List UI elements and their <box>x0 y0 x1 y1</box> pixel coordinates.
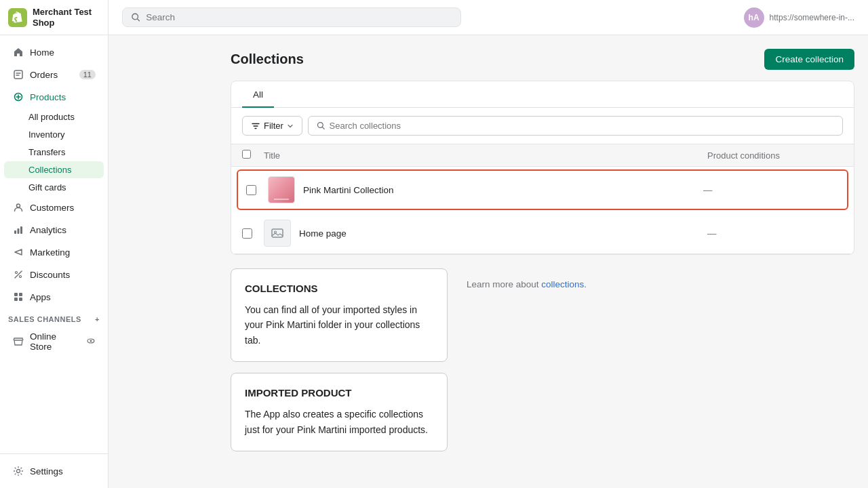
search-input[interactable] <box>146 12 452 22</box>
svg-rect-9 <box>14 293 18 296</box>
search-collections-input[interactable] <box>330 121 834 131</box>
sidebar-item-analytics[interactable]: Analytics <box>4 219 104 241</box>
header-conditions: Product conditions <box>707 150 843 161</box>
tab-bar: All <box>231 81 854 108</box>
sidebar-item-apps-label: Apps <box>30 292 51 302</box>
table-row[interactable]: Pink Martini Collection — <box>237 169 848 210</box>
info-box-collections-title: COLLECTIONS <box>245 283 433 294</box>
filter-button[interactable]: Filter <box>242 116 302 136</box>
sidebar-sub-gift-cards[interactable]: Gift cards <box>4 179 104 196</box>
info-box-imported-title: IMPORTED PRODUCT <box>245 387 433 399</box>
row-2-conditions: — <box>707 228 843 239</box>
add-sales-channel-icon[interactable]: + <box>95 315 100 323</box>
svg-point-15 <box>17 470 20 473</box>
store-name: Merchant Test Shop <box>33 7 100 28</box>
tab-all[interactable]: All <box>242 81 274 108</box>
svg-rect-18 <box>272 229 283 237</box>
sidebar-item-orders-label: Orders <box>30 70 58 80</box>
sidebar-item-discounts[interactable]: Discounts <box>4 264 104 285</box>
filter-button-label: Filter <box>264 121 283 131</box>
sidebar: Merchant Test Shop Home Orders 11 Produc… <box>0 0 108 488</box>
sidebar-item-online-store-label: Online Store <box>30 331 81 352</box>
table-row[interactable]: Home page — <box>231 213 854 254</box>
svg-point-17 <box>317 123 323 128</box>
table-toolbar: Filter <box>231 108 854 144</box>
sidebar-item-marketing-label: Marketing <box>30 247 70 258</box>
sidebar-sub-inventory[interactable]: Inventory <box>4 126 104 143</box>
sidebar-nav: Home Orders 11 Products All products Inv… <box>0 35 108 453</box>
svg-point-14 <box>90 340 92 342</box>
header-checkbox-cell <box>242 150 264 161</box>
analytics-icon <box>12 224 24 236</box>
sidebar-item-apps[interactable]: Apps <box>4 286 104 308</box>
row-2-title: Home page <box>299 228 707 239</box>
image-placeholder-icon <box>271 226 284 240</box>
svg-rect-6 <box>20 226 22 234</box>
sidebar-sub-collections[interactable]: Collections <box>4 161 104 178</box>
info-box-collections: COLLECTIONS You can find all of your imp… <box>231 268 448 362</box>
sidebar-sub-all-products[interactable]: All products <box>4 108 104 125</box>
search-collections-bar[interactable] <box>308 116 843 136</box>
search-icon <box>131 12 140 22</box>
table-header: Title Product conditions <box>231 144 854 167</box>
info-box-collections-text: You can find all of your imported styles… <box>245 302 433 348</box>
sidebar-item-settings[interactable]: Settings <box>4 460 104 482</box>
create-collection-button[interactable]: Create collection <box>764 49 854 70</box>
sidebar-item-products-label: Products <box>30 92 66 102</box>
svg-rect-12 <box>19 298 22 301</box>
search-collections-icon <box>317 121 326 130</box>
shopify-logo-icon <box>8 8 27 27</box>
sidebar-item-home-label: Home <box>30 47 54 58</box>
page-title: Collections <box>231 52 304 67</box>
sidebar-item-products[interactable]: Products <box>4 86 104 108</box>
customers-icon <box>12 201 24 214</box>
sidebar-item-orders[interactable]: Orders 11 <box>4 64 104 85</box>
info-boxes-column: COLLECTIONS You can find all of your imp… <box>231 268 448 451</box>
sidebar-item-analytics-label: Analytics <box>30 225 66 235</box>
svg-point-3 <box>17 204 20 207</box>
row-checkbox-1 <box>246 185 268 195</box>
page-header: Collections Create collection <box>231 49 854 70</box>
svg-point-7 <box>16 272 18 274</box>
sidebar-header: Merchant Test Shop <box>0 0 108 35</box>
online-store-eye-icon[interactable] <box>86 336 96 348</box>
sidebar-item-customers[interactable]: Customers <box>4 197 104 218</box>
avatar: hA <box>744 7 764 28</box>
sidebar-item-settings-label: Settings <box>30 466 63 476</box>
select-all-checkbox[interactable] <box>242 150 251 159</box>
sidebar-bottom: Settings <box>0 453 108 488</box>
header-title: Title <box>264 150 707 161</box>
discounts-icon <box>12 268 24 281</box>
topbar-right: hA https://somewhere-in-... <box>744 7 854 28</box>
sidebar-item-marketing[interactable]: Marketing <box>4 241 104 263</box>
collections-learn-more-link[interactable]: collections. <box>541 279 587 289</box>
home-page-thumbnail <box>264 220 291 247</box>
svg-rect-1 <box>14 70 22 79</box>
row-checkbox-2 <box>242 228 264 239</box>
settings-icon <box>12 465 24 477</box>
sidebar-item-home[interactable]: Home <box>4 41 104 63</box>
row-2-checkbox[interactable] <box>242 228 252 239</box>
marketing-icon <box>12 246 24 258</box>
apps-icon <box>12 291 24 303</box>
online-store-icon <box>12 336 24 348</box>
info-box-imported-text: The App also creates a specific collecti… <box>245 407 433 437</box>
topbar: hA https://somewhere-in-... <box>108 0 868 35</box>
sidebar-item-online-store[interactable]: Online Store <box>4 327 104 357</box>
pink-martini-thumbnail <box>268 176 295 203</box>
search-bar[interactable] <box>122 7 461 27</box>
row-1-checkbox[interactable] <box>246 185 256 195</box>
svg-rect-10 <box>19 293 22 296</box>
filter-icon <box>251 121 260 131</box>
sidebar-item-customers-label: Customers <box>30 203 74 213</box>
home-icon <box>12 46 24 58</box>
sales-channels-section: SALES CHANNELS + <box>0 308 108 326</box>
sidebar-item-discounts-label: Discounts <box>30 270 70 280</box>
row-1-conditions: — <box>703 185 839 195</box>
row-1-title: Pink Martini Collection <box>303 185 703 195</box>
collections-table-card: All Filter <box>231 81 854 255</box>
orders-icon <box>12 68 24 81</box>
svg-rect-4 <box>14 230 16 234</box>
sidebar-sub-transfers[interactable]: Transfers <box>4 144 104 161</box>
topbar-url: https://somewhere-in-... <box>770 13 854 22</box>
